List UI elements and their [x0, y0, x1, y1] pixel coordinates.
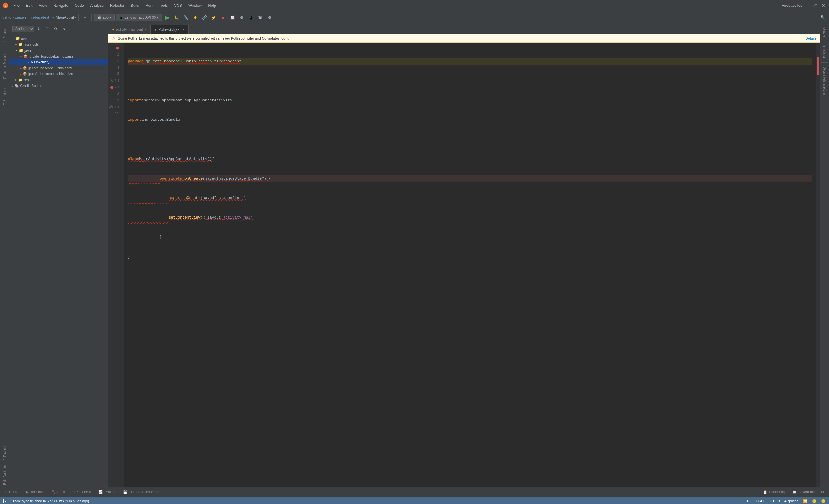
menu-code[interactable]: Code — [72, 2, 87, 9]
profiler-tab[interactable]: 📈 Profiler — [95, 488, 119, 497]
todo-label: TODO — [8, 490, 19, 494]
menu-help[interactable]: Help — [205, 2, 219, 9]
breadcrumb: ushio › zaizen › firebasetest › ● MainAc… — [2, 15, 76, 20]
back-button[interactable]: ← — [81, 13, 89, 22]
app-dropdown[interactable]: 🤖 app ▾ — [94, 14, 115, 21]
tree-item-label: Gradle Scripts — [20, 84, 42, 88]
event-log-label: Event Log — [769, 490, 785, 494]
left-panel-icons: 1: Project Resource Manager 7: Structure… — [0, 24, 9, 487]
layout-inspector-tab[interactable]: 🔲 Layout Inspector — [789, 488, 828, 497]
menu-file[interactable]: File — [10, 2, 23, 9]
favorites-tab[interactable]: 2: Favorites — [2, 441, 7, 463]
todo-tab[interactable]: ≡ TODO — [1, 488, 22, 497]
sdk-manager-button[interactable]: ⚙ — [238, 13, 246, 22]
breadcrumb-subproject[interactable]: zaizen — [15, 15, 26, 20]
menu-tools[interactable]: Tools — [156, 2, 171, 9]
cursor-position[interactable]: 1:2 — [747, 499, 752, 503]
debug-button[interactable]: 🐛 — [172, 13, 180, 22]
menu-analyze[interactable]: Analyze — [87, 2, 107, 9]
tree-item-mainactivity[interactable]: ▶ ● MainActivity — [9, 59, 108, 65]
fold-icon-10[interactable]: [-] — [115, 105, 119, 109]
menu-refactor[interactable]: Refactor — [107, 2, 127, 9]
database-inspector-tab[interactable]: 💾 Database Inspector — [120, 488, 163, 497]
breadcrumb-project[interactable]: ushio — [2, 15, 11, 20]
build-tab[interactable]: 🔨 Build — [48, 488, 69, 497]
close-sidebar-button[interactable]: ✕ — [61, 26, 67, 32]
device-file-explorer-tab[interactable]: Device File Explorer — [822, 64, 828, 98]
stop-button[interactable]: ■ — [219, 13, 227, 22]
run-button[interactable]: ▶ — [163, 13, 171, 22]
gradle-panel-tab[interactable]: Gradle — [822, 25, 828, 39]
tree-item-pkg3[interactable]: ▶ 📦 jp.cafe_boscobel.ushio.zaize — [9, 71, 108, 77]
sync-button[interactable]: ↻ — [36, 26, 42, 32]
main-area: 1: Project Resource Manager 7: Structure… — [0, 24, 829, 487]
expand-icon: ▼ — [20, 55, 22, 58]
collapse-button[interactable]: ⇈ — [44, 26, 51, 32]
line-num-1: 1 ⬤ — [108, 45, 121, 51]
tree-item-label: MainActivity — [31, 60, 49, 64]
warning-details-link[interactable]: Details — [805, 36, 816, 40]
project-structure-button[interactable]: 🏗 — [256, 13, 264, 22]
fold-icon-6[interactable]: [-] — [115, 79, 119, 83]
breakpoint-icon[interactable] — [110, 86, 113, 89]
code-line-7: override fun onCreate(savedInstanceState… — [128, 176, 812, 182]
attach-button[interactable]: 🔗 — [200, 13, 208, 22]
tree-item-java[interactable]: ▼ 📁 java — [9, 47, 108, 53]
menu-navigate[interactable]: Navigate — [50, 2, 71, 9]
tab-close-icon[interactable]: ✕ — [144, 28, 147, 31]
menu-run[interactable]: Run — [143, 2, 155, 9]
coverage-button[interactable]: 🔧 — [182, 13, 190, 22]
menu-window[interactable]: Window — [185, 2, 205, 9]
database-icon: 💾 — [123, 490, 128, 494]
build-variants-tab[interactable]: Build Variants — [2, 463, 7, 487]
menu-vcs[interactable]: VCS — [171, 2, 185, 9]
structure-tab[interactable]: 7: Structure — [2, 86, 7, 107]
maximize-button[interactable]: □ — [813, 3, 819, 8]
settings-button[interactable]: ⚙ — [265, 13, 274, 22]
logcat-tab[interactable]: ≡ 6: Logcat — [69, 488, 94, 497]
tree-item-manifests[interactable]: ▶ 📁 manifests — [9, 41, 108, 47]
settings-icon[interactable]: ⚙ — [52, 26, 59, 32]
tree-item-pkg2[interactable]: ▶ 📦 jp.cafe_boscobel.ushio.zaize — [9, 65, 108, 71]
apply-changes-button[interactable]: ⚡ — [210, 13, 218, 22]
resource-manager-tab[interactable]: Resource Manager — [2, 49, 7, 81]
tree-item-app[interactable]: ▼ 📁 app — [9, 35, 108, 41]
gradle-sync-icon[interactable]: ✓ — [3, 499, 8, 503]
avd-manager-button[interactable]: 📱 — [247, 13, 255, 22]
tab-mainactivity[interactable]: ● MainActivity.kt ✕ — [151, 25, 188, 34]
android-view-dropdown[interactable]: Android Project — [12, 26, 34, 32]
profile-button[interactable]: ⚡ — [191, 13, 199, 22]
fold-icon-7[interactable]: ↑ — [118, 85, 119, 89]
tree-item-res[interactable]: ▶ 📁 res — [9, 77, 108, 83]
emulator-tab[interactable]: Emulator — [822, 43, 828, 61]
indent[interactable]: 4 spaces — [785, 499, 798, 503]
close-button[interactable]: ✕ — [821, 3, 826, 8]
tree-item-pkg1[interactable]: ▼ 📦 jp.cafe_boscobel.ushio.zaize — [9, 53, 108, 59]
terminal-label: Terminal — [30, 490, 43, 494]
tree-item-gradle[interactable]: ▶ 🐘 Gradle Scripts — [9, 83, 108, 89]
activity-icon: ● — [27, 60, 29, 64]
terminal-tab[interactable]: ▶ Terminal — [23, 488, 47, 497]
menu-view[interactable]: View — [36, 2, 50, 9]
menu-build[interactable]: Build — [128, 2, 142, 9]
build-icon: 🔨 — [51, 490, 56, 494]
breadcrumb-module[interactable]: firebasetest — [29, 15, 49, 20]
project-tab[interactable]: 1: Project — [2, 26, 7, 44]
tab-activity-main[interactable]: ✦ activity_main.xml ✕ — [108, 25, 151, 34]
breadcrumb-sep3: › — [50, 15, 51, 20]
code-content[interactable]: package jp.cafe_boscobel.ushio.zaizen.fi… — [124, 43, 816, 487]
code-line-2 — [128, 78, 812, 84]
minimize-button[interactable]: — — [806, 3, 811, 8]
tab-close-icon[interactable]: ✕ — [182, 28, 185, 31]
breadcrumb-file[interactable]: ● MainActivity — [53, 15, 76, 20]
encoding[interactable]: UTF-8 — [770, 499, 780, 503]
editor-tabs: ✦ activity_main.xml ✕ ● MainActivity.kt … — [108, 24, 820, 34]
layout-inspector-button[interactable]: 🔲 — [228, 13, 237, 22]
expand-icon: ▶ — [15, 43, 17, 46]
event-log-tab[interactable]: 📋 Event Log — [759, 488, 788, 497]
device-dropdown[interactable]: 📱 Lenovo Tab5 API 30 ▾ — [116, 14, 162, 21]
menu-edit[interactable]: Edit — [23, 2, 35, 9]
search-everywhere-button[interactable]: 🔍 — [819, 13, 827, 22]
line-ending[interactable]: CRLF — [756, 499, 765, 503]
tab-label: activity_main.xml — [116, 27, 143, 31]
